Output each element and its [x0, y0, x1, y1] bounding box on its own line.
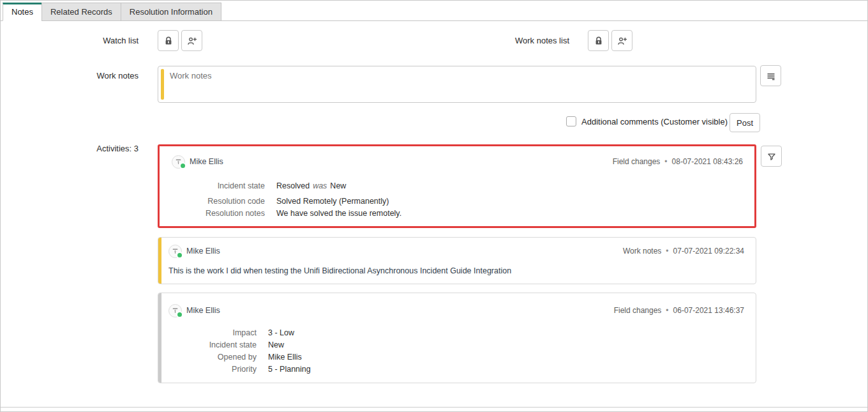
field-change-value: New: [268, 339, 284, 351]
field-change-label: Resolution code: [172, 195, 265, 208]
work-notes-accent-bar: [161, 69, 164, 100]
field-change-label: Impact: [168, 327, 257, 339]
presence-online-dot: [176, 252, 183, 259]
activity-entry-work-note: Mike Ellis Work notes•07-07-2021 09:22:3…: [158, 237, 756, 284]
lock-icon: [594, 36, 604, 46]
work-notes-list-label: Work notes list: [441, 36, 569, 45]
tab-resolution-information[interactable]: Resolution Information: [121, 3, 221, 21]
activity-header: Mike Ellis Field changes•08-07-2021 08:4…: [172, 155, 743, 169]
activity-header: Mike Ellis Work notes•07-07-2021 09:22:3…: [168, 245, 744, 258]
activity-author: Mike Ellis: [186, 245, 220, 258]
person-add-icon: [617, 36, 627, 46]
field-change-label: Resolution notes: [172, 208, 265, 220]
activity-type: Field changes: [614, 306, 662, 315]
field-change-value: We have solved the issue remotely.: [276, 208, 401, 220]
activity-timestamp: 08-07-2021 08:43:26: [672, 157, 743, 166]
field-change-value: Mike Ellis: [268, 351, 302, 363]
activity-author: Mike Ellis: [186, 304, 220, 317]
watch-list-label: Watch list: [1, 36, 138, 45]
work-notes-input[interactable]: [168, 70, 752, 99]
field-change-value: Solved Remotely (Permanently): [276, 195, 389, 208]
work-notes-list-lock-button[interactable]: [588, 30, 609, 51]
field-change-row: Incident state New: [168, 339, 744, 351]
work-notes-accent-bar: [158, 238, 161, 284]
activity-meta: Field changes•08-07-2021 08:43:26: [613, 155, 743, 169]
watch-list-add-person-button[interactable]: [181, 30, 202, 51]
field-change-row: Opened by Mike Ellis: [168, 351, 744, 363]
field-change-row: Priority 5 - Planning: [168, 363, 744, 376]
activity-stream-icon: [766, 71, 776, 81]
presence-online-dot: [179, 162, 186, 169]
activity-timestamp: 06-07-2021 13:46:37: [673, 306, 744, 315]
meta-bullet: •: [666, 306, 668, 315]
content-bottom-border: [1, 407, 867, 408]
field-changes: Incident state ResolvedwasNew Resolution…: [172, 180, 743, 220]
field-change-row: Incident state ResolvedwasNew: [172, 180, 743, 192]
activity-header: Mike Ellis Field changes•06-07-2021 13:4…: [168, 304, 744, 317]
work-note-text: This is the work I did when testing the …: [168, 266, 744, 277]
activity-entry-field-changes: Mike Ellis Field changes•06-07-2021 13:4…: [158, 293, 756, 383]
activity-entry-highlighted: Mike Ellis Field changes•08-07-2021 08:4…: [158, 144, 756, 228]
activity-author: Mike Ellis: [190, 155, 223, 169]
field-change-row: Resolution code Solved Remotely (Permane…: [172, 195, 743, 208]
post-button[interactable]: Post: [730, 113, 760, 132]
activity-type: Field changes: [613, 157, 661, 166]
additional-comments-checkbox[interactable]: [566, 116, 576, 126]
toggle-activity-stream-button[interactable]: [760, 65, 781, 86]
lock-icon: [163, 36, 174, 46]
additional-comments-label: Additional comments (Customer visible): [581, 117, 728, 126]
field-change-row: Resolution notes We have solved the issu…: [172, 208, 743, 220]
field-change-label: Incident state: [168, 339, 257, 351]
field-changes-accent-bar: [158, 293, 161, 383]
old-value: New: [330, 181, 346, 190]
avatar: [168, 245, 182, 258]
avatar: [168, 304, 182, 317]
tab-notes[interactable]: Notes: [3, 3, 42, 21]
was-word: was: [313, 181, 327, 190]
new-value: Resolved: [276, 181, 310, 190]
work-notes-list-add-person-button[interactable]: [611, 30, 632, 51]
activity-type: Work notes: [623, 247, 661, 256]
meta-bullet: •: [664, 157, 667, 166]
field-change-row: Impact 3 - Low: [168, 327, 744, 339]
field-change-value: 5 - Planning: [268, 363, 311, 376]
field-change-label: Opened by: [168, 351, 257, 363]
person-add-icon: [187, 36, 197, 46]
activity-meta: Work notes•07-07-2021 09:22:34: [623, 245, 744, 258]
activities-count-label: Activities: 3: [1, 144, 138, 153]
work-notes-field: [158, 66, 756, 103]
avatar: [172, 155, 185, 169]
activity-meta: Field changes•06-07-2021 13:46:37: [614, 304, 744, 317]
work-notes-label: Work notes: [1, 71, 138, 80]
field-change-value: 3 - Low: [268, 327, 294, 339]
tab-bar: Notes Related Records Resolution Informa…: [3, 3, 221, 21]
tab-related-records[interactable]: Related Records: [41, 3, 121, 21]
meta-bullet: •: [666, 247, 668, 256]
field-changes: Impact 3 - Low Incident state New Opened…: [168, 327, 744, 376]
notes-tab-pane: Notes Related Records Resolution Informa…: [0, 0, 868, 412]
presence-online-dot: [176, 311, 183, 318]
watch-list-lock-button[interactable]: [158, 30, 179, 51]
field-change-value: ResolvedwasNew: [276, 180, 346, 192]
field-change-label: Incident state: [172, 180, 265, 192]
field-change-label: Priority: [168, 363, 257, 376]
activity-timestamp: 07-07-2021 09:22:34: [673, 247, 744, 256]
activity-filter-button[interactable]: [761, 146, 782, 167]
filter-funnel-icon: [767, 151, 777, 162]
